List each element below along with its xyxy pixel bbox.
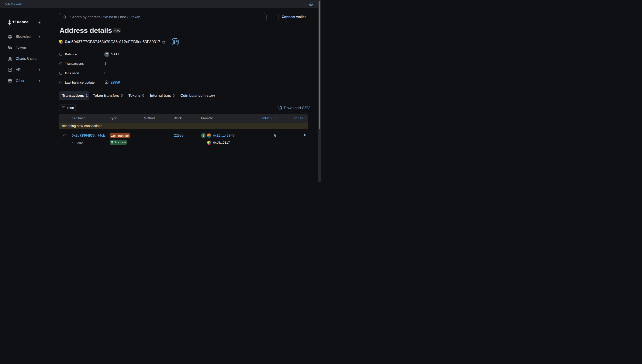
svg-text:csv: csv bbox=[279, 108, 281, 110]
svg-text:API: API bbox=[9, 69, 12, 71]
